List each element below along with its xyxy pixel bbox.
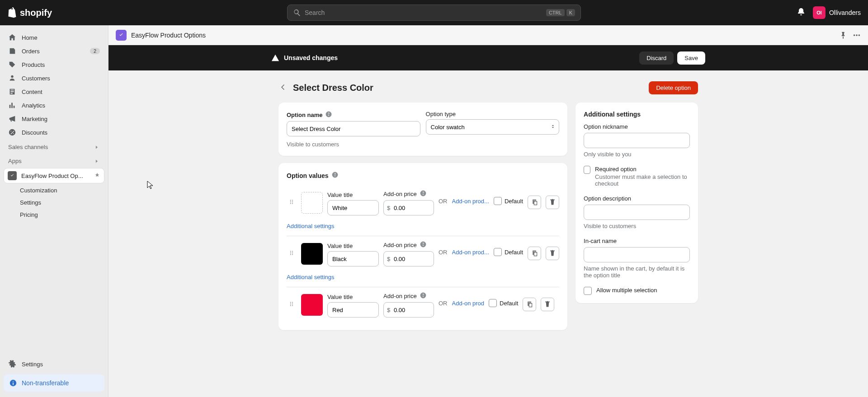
svg-point-1 [856,34,858,36]
default-checkbox[interactable] [489,299,497,307]
allow-multiple-checkbox[interactable] [584,287,592,295]
save-button[interactable]: Save [677,51,705,65]
default-label: Default [505,249,523,256]
value-row: Value title Add-on price $ OR Add-on pro… [287,287,559,322]
nav-home[interactable]: Home [4,31,104,44]
duplicate-button[interactable] [523,298,536,311]
help-icon[interactable] [420,292,427,300]
value-title-input[interactable] [327,302,379,318]
svg-point-15 [290,302,291,303]
drag-handle-icon[interactable] [287,299,297,311]
incart-label: In-cart name [584,238,690,244]
nav-marketing[interactable]: Marketing [4,112,104,126]
incart-input[interactable] [584,247,690,262]
sidebar-app-easyflow[interactable]: EasyFlow Product Op... [4,168,104,183]
nav-settings[interactable]: Settings [4,357,104,371]
addon-price-input[interactable] [383,302,434,318]
delete-button[interactable] [546,247,559,260]
search-icon [293,9,301,17]
incart-helper: Name shown in the cart, by default it is… [584,265,690,279]
back-arrow-icon[interactable] [278,83,288,93]
svg-point-17 [290,303,291,304]
unsaved-text: Unsaved changes [284,54,338,61]
option-values-heading: Option values [287,172,329,179]
svg-point-5 [290,201,291,202]
additional-settings-link[interactable]: Additional settings [287,271,559,287]
nav-discounts[interactable]: Discounts [4,126,104,139]
addon-price-label: Add-on price [383,293,417,299]
more-icon[interactable] [853,31,861,39]
nav-products[interactable]: Products [4,58,104,71]
help-icon[interactable] [331,171,339,180]
nickname-input[interactable] [584,133,690,148]
sidebar-sub-settings[interactable]: Settings [4,196,104,209]
value-title-input[interactable] [327,200,379,215]
delete-button[interactable] [541,298,554,311]
user-menu[interactable]: Ol Ollivanders [813,6,861,19]
select-arrows-icon [550,123,556,131]
option-name-input[interactable] [287,121,420,136]
addon-price-label: Add-on price [383,242,417,248]
description-helper: Visible to customers [584,223,690,229]
default-checkbox[interactable] [494,248,502,256]
nav-customers[interactable]: Customers [4,71,104,85]
delete-option-button[interactable]: Delete option [649,81,698,94]
sidebar-sub-customization[interactable]: Customization [4,184,104,196]
svg-point-12 [292,252,293,253]
svg-point-13 [290,254,291,255]
card-option-name: Option name Visible to customers Option … [278,103,567,156]
option-type-label: Option type [426,111,456,117]
nav-analytics[interactable]: Analytics [4,98,104,112]
value-title-input[interactable] [327,251,379,266]
value-row: Value title Add-on price $ OR Add-on pro… [287,236,559,271]
addon-product-link[interactable]: Add-on prod [452,300,485,310]
value-title-label: Value title [327,243,379,249]
app-icon [8,171,17,180]
shopify-bag-icon [7,7,17,18]
description-label: Option description [584,195,690,202]
default-checkbox[interactable] [494,197,502,205]
value-title-label: Value title [327,294,379,300]
drag-handle-icon[interactable] [287,248,297,260]
color-swatch[interactable] [301,294,323,316]
warning-icon [271,54,279,62]
description-input[interactable] [584,205,690,220]
color-swatch[interactable] [301,243,323,265]
delete-button[interactable] [546,196,559,209]
additional-settings-link[interactable]: Additional settings [287,220,559,236]
svg-point-6 [292,201,293,202]
section-apps[interactable]: Apps [4,153,104,167]
allow-multiple-label: Allow multiple selection [596,287,657,294]
pin-icon[interactable] [839,31,847,39]
duplicate-button[interactable] [528,247,541,260]
additional-settings-heading: Additional settings [584,111,641,118]
addon-price-input[interactable] [383,251,434,266]
sidebar-sub-pricing[interactable]: Pricing [4,209,104,221]
addon-price-label: Add-on price [383,191,417,197]
kbd-k: K [566,9,575,16]
help-icon[interactable] [420,241,427,249]
option-type-select[interactable] [426,119,560,135]
drag-handle-icon[interactable] [287,197,297,209]
nav-orders[interactable]: Orders2 [4,44,104,58]
logo-text: shopify [20,8,52,18]
section-sales-channels[interactable]: Sales channels [4,139,104,153]
help-icon[interactable] [325,111,332,119]
svg-point-7 [290,203,291,204]
pin-icon[interactable] [94,172,100,180]
non-transferable-notice[interactable]: Non-transferable [4,374,104,392]
nav-content[interactable]: Content [4,85,104,98]
addon-product-link[interactable]: Add-on prod... [452,249,489,259]
discard-button[interactable]: Discard [639,51,674,65]
help-icon[interactable] [420,190,427,198]
search-input[interactable] [305,9,542,16]
required-checkbox[interactable] [584,166,590,174]
avatar: Ol [813,6,826,19]
addon-price-input[interactable] [383,200,434,215]
addon-product-link[interactable]: Add-on prod... [452,198,489,208]
search-bar[interactable]: CTRL K [287,5,581,21]
notifications-icon[interactable] [797,7,806,18]
color-swatch[interactable] [301,192,323,214]
duplicate-button[interactable] [528,196,541,209]
svg-point-10 [292,251,293,252]
